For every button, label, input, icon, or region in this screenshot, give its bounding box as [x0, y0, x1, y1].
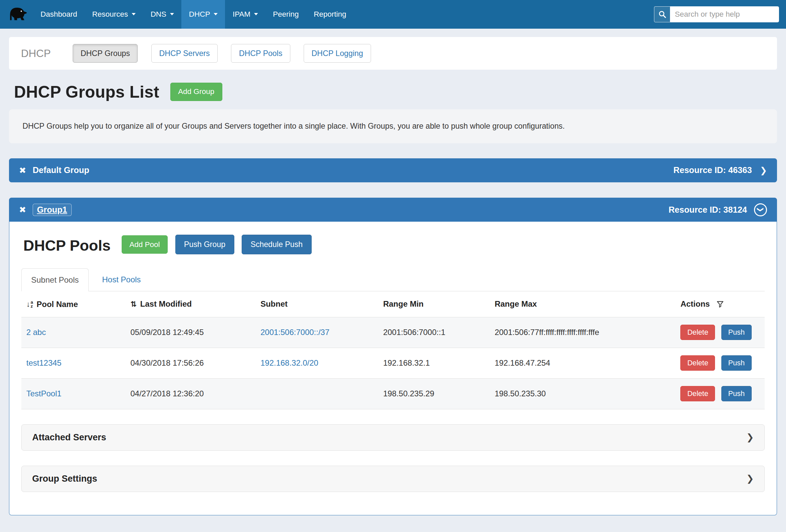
- page: Dashboard Resources DNS DHCP IPAM Peerin…: [0, 0, 786, 532]
- pools-header: DHCP Pools Add Pool Push Group Schedule …: [21, 235, 765, 254]
- push-group-button[interactable]: Push Group: [175, 235, 234, 254]
- title-row: DHCP Groups List Add Group: [14, 82, 777, 101]
- delete-button[interactable]: Delete: [680, 355, 715, 371]
- group-body: DHCP Pools Add Pool Push Group Schedule …: [9, 222, 777, 515]
- group-header-group1[interactable]: ✖ Group1 Resource ID: 38124 ❯: [9, 198, 777, 222]
- nav-item-reporting[interactable]: Reporting: [306, 0, 354, 29]
- group-name[interactable]: Default Group: [33, 165, 89, 175]
- caret-down-icon: [254, 13, 258, 15]
- table-header-row: ↓ az Pool Name ⇅ Last Modified: [21, 291, 765, 317]
- accordion-label: Group Settings: [32, 474, 97, 484]
- push-button[interactable]: Push: [721, 386, 752, 401]
- pool-name-link[interactable]: 2 abc: [26, 328, 46, 337]
- range-max-cell: 198.50.235.30: [490, 378, 676, 409]
- header-actions: Actions: [675, 291, 765, 317]
- nav-label: IPAM: [233, 10, 250, 19]
- nav-item-dns[interactable]: DNS: [143, 0, 181, 29]
- brand-logo[interactable]: [0, 0, 33, 29]
- last-modified-cell: 05/09/2018 12:49:45: [125, 317, 255, 348]
- header-label: Pool Name: [37, 300, 78, 309]
- chevron-right-icon: ❯: [746, 432, 754, 443]
- schedule-push-button[interactable]: Schedule Push: [242, 235, 311, 254]
- header-label: Actions: [680, 299, 710, 309]
- accordion-label: Attached Servers: [32, 432, 106, 443]
- resource-id-label: Resource ID: 38124: [669, 205, 747, 215]
- header-range-min: Range Min: [378, 291, 490, 317]
- add-pool-button[interactable]: Add Pool: [122, 235, 168, 254]
- pools-tabs: Subnet Pools Host Pools: [21, 268, 765, 291]
- tab-host-pools[interactable]: Host Pools: [93, 268, 150, 291]
- group-name-link[interactable]: Group1: [33, 204, 72, 216]
- table-row: TestPool1 04/27/2018 12:36:20 198.50.235…: [21, 378, 765, 409]
- table-row: 2 abc 05/09/2018 12:49:45 2001:506:7000:…: [21, 317, 765, 348]
- chevron-right-icon: ❯: [746, 473, 754, 484]
- subnav-button-dhcp-logging[interactable]: DHCP Logging: [304, 44, 371, 63]
- dhcp-subnav: DHCP DHCP Groups DHCP Servers DHCP Pools…: [9, 37, 777, 70]
- delete-button[interactable]: Delete: [680, 325, 715, 340]
- push-button[interactable]: Push: [721, 325, 752, 340]
- nav-item-peering[interactable]: Peering: [265, 0, 306, 29]
- subnav-button-dhcp-pools[interactable]: DHCP Pools: [231, 44, 290, 63]
- last-modified-cell: 04/30/2018 17:56:26: [125, 348, 255, 378]
- header-last-modified: ⇅ Last Modified: [125, 291, 255, 317]
- group-header-default-group[interactable]: ✖ Default Group Resource ID: 46363 ❯: [9, 158, 777, 182]
- page-title: DHCP Groups List: [14, 82, 159, 101]
- last-modified-cell: 04/27/2018 12:36:20: [125, 378, 255, 409]
- header-subnet: Subnet: [255, 291, 378, 317]
- header-label: Last Modified: [140, 299, 192, 309]
- nav-label: DHCP: [189, 10, 210, 19]
- group-header-right: Resource ID: 46363 ❯: [673, 165, 767, 175]
- nav-label: Resources: [92, 10, 128, 19]
- remove-group-icon[interactable]: ✖: [19, 205, 26, 215]
- range-min-cell: 198.50.235.29: [378, 378, 490, 409]
- push-button[interactable]: Push: [721, 355, 752, 371]
- nav-item-resources[interactable]: Resources: [85, 0, 143, 29]
- subnet-link[interactable]: 192.168.32.0/20: [260, 358, 318, 367]
- nav-label: Reporting: [314, 10, 346, 19]
- sort-alpha-icon[interactable]: ↓ az: [26, 300, 33, 309]
- range-max-cell: 2001:506:77ff:ffff:ffff:ffff:ffff:fffe: [490, 317, 676, 348]
- filter-icon[interactable]: [717, 301, 724, 308]
- subnet-pools-table: ↓ az Pool Name ⇅ Last Modified: [21, 291, 765, 409]
- header-pool-name: ↓ az Pool Name: [21, 291, 125, 317]
- pool-name-link[interactable]: TestPool1: [26, 389, 61, 398]
- elephant-logo-icon: [6, 5, 28, 24]
- caret-down-icon: [170, 13, 174, 15]
- chevron-right-icon[interactable]: ❯: [760, 165, 767, 175]
- search-input[interactable]: [670, 6, 779, 22]
- range-min-cell: 192.168.32.1: [378, 348, 490, 378]
- caret-down-icon: [132, 13, 136, 15]
- top-navbar: Dashboard Resources DNS DHCP IPAM Peerin…: [0, 0, 786, 29]
- search-icon[interactable]: [654, 6, 670, 22]
- accordion-attached-servers[interactable]: Attached Servers ❯: [21, 424, 765, 451]
- nav-item-dhcp[interactable]: DHCP: [181, 0, 225, 29]
- nav-label: DNS: [151, 10, 167, 19]
- subnet-link[interactable]: 2001:506:7000::/37: [260, 328, 329, 337]
- nav-item-ipam[interactable]: IPAM: [225, 0, 265, 29]
- remove-group-icon[interactable]: ✖: [19, 165, 26, 175]
- chevron-down-glyph: ❯: [757, 207, 764, 212]
- collapse-toggle-icon[interactable]: ❯: [754, 203, 767, 216]
- pool-name-link[interactable]: test12345: [26, 358, 61, 367]
- group-header-right: Resource ID: 38124 ❯: [669, 203, 767, 216]
- range-max-cell: 192.168.47.254: [490, 348, 676, 378]
- nav-label: Peering: [273, 10, 299, 19]
- accordion-group-settings[interactable]: Group Settings ❯: [21, 466, 765, 492]
- delete-button[interactable]: Delete: [680, 386, 715, 401]
- add-group-button[interactable]: Add Group: [170, 83, 222, 101]
- pools-title: DHCP Pools: [23, 237, 111, 254]
- nav-label: Dashboard: [41, 10, 77, 19]
- resource-id-label: Resource ID: 46363: [673, 165, 752, 175]
- subnav-button-dhcp-servers[interactable]: DHCP Servers: [151, 44, 218, 63]
- search-area: [654, 0, 779, 29]
- range-min-cell: 2001:506:7000::1: [378, 317, 490, 348]
- main-nav: Dashboard Resources DNS DHCP IPAM Peerin…: [33, 0, 354, 29]
- arrow-down-glyph: ↓: [26, 300, 30, 309]
- table-row: test12345 04/30/2018 17:56:26 192.168.32…: [21, 348, 765, 378]
- groups-description: DHCP Groups help you to organize all of …: [9, 109, 777, 143]
- nav-item-dashboard[interactable]: Dashboard: [33, 0, 85, 29]
- tab-subnet-pools[interactable]: Subnet Pools: [21, 268, 89, 291]
- sort-updown-icon[interactable]: ⇅: [130, 300, 137, 309]
- subnav-button-dhcp-groups[interactable]: DHCP Groups: [73, 44, 138, 63]
- group-expanded-group1: ✖ Group1 Resource ID: 38124 ❯ DHCP Pools…: [9, 198, 777, 515]
